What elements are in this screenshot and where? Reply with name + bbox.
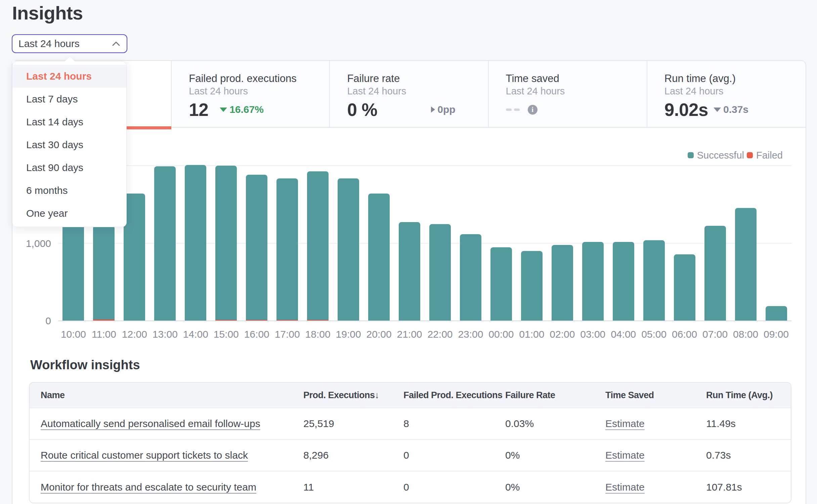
tab-delta: 16.67% xyxy=(220,104,264,115)
cell-failure_rate: 0.03% xyxy=(494,408,594,439)
x-axis-label: 06:00 xyxy=(663,329,706,340)
cell-time_saved: Estimate xyxy=(594,439,695,471)
summary-tab-1[interactable]: Failed prod. executionsLast 24 hours1216… xyxy=(171,61,329,127)
tab-delta: 0pp xyxy=(431,104,455,115)
time-range-menu: Last 24 hoursLast 7 daysLast 14 daysLast… xyxy=(12,61,127,227)
legend-label: Failed xyxy=(756,150,783,161)
legend-swatch-failed xyxy=(747,152,753,158)
x-axis-label: 11:00 xyxy=(82,329,126,340)
failed-bar-segment xyxy=(307,320,329,321)
table-header-2[interactable]: Failed Prod. Executions xyxy=(392,383,494,408)
legend-label: Successful xyxy=(697,150,744,161)
tab-title: Failed prod. executions xyxy=(189,72,329,85)
x-axis-label: 12:00 xyxy=(113,329,156,340)
summary-tab-3[interactable]: Time savedLast 24 hoursi xyxy=(488,61,647,127)
table-header-label: Time Saved xyxy=(605,390,654,400)
cell-value: 0% xyxy=(505,481,520,493)
x-axis-label: 21:00 xyxy=(388,329,431,340)
chart-legend: SuccessfulFailed xyxy=(688,149,783,161)
menu-item-label: 6 months xyxy=(26,185,68,196)
cell-prod_executions: 25,519 xyxy=(292,408,392,439)
bar-11:00 xyxy=(93,225,115,321)
bar-15:00 xyxy=(215,166,237,321)
table-header-label: Prod. Executions xyxy=(303,390,375,400)
cell-run_time_avg: 11.49s xyxy=(695,408,791,439)
cell-value: 107.81s xyxy=(706,481,742,493)
bar-04:00 xyxy=(613,242,634,321)
insights-card: Failed prod. executionsLast 24 hours1216… xyxy=(12,60,806,504)
bar-00:00 xyxy=(490,247,512,321)
menu-item-last-30-days[interactable]: Last 30 days xyxy=(12,133,126,156)
x-axis-label: 22:00 xyxy=(418,329,462,340)
time-range-select-value: Last 24 hours xyxy=(18,38,80,49)
cell-value: 11 xyxy=(303,481,314,493)
summary-tab-4[interactable]: Run time (avg.)Last 24 hours9.02s0.37s xyxy=(647,61,806,127)
x-axis-label: 19:00 xyxy=(327,329,370,340)
tab-value: 0 % xyxy=(347,99,377,120)
menu-item-last-24-hours[interactable]: Last 24 hours xyxy=(12,65,126,88)
x-axis-label: 14:00 xyxy=(174,329,217,340)
cell-prod_executions: 8,296 xyxy=(292,439,392,471)
cell-value: 8 xyxy=(403,418,409,429)
cell-value: 0 xyxy=(403,450,409,461)
estimate-link[interactable]: Estimate xyxy=(605,481,645,493)
menu-item-last-7-days[interactable]: Last 7 days xyxy=(12,88,126,111)
table-header-1[interactable]: Prod. Executions↓ xyxy=(292,383,392,408)
cell-failure_rate: 0% xyxy=(494,471,594,503)
x-axis-label: 04:00 xyxy=(602,329,645,340)
bar-02:00 xyxy=(552,245,573,321)
failed-bar-segment xyxy=(93,320,115,321)
time-range-select[interactable]: Last 24 hours xyxy=(12,34,127,53)
tab-subtitle: Last 24 hours xyxy=(664,85,806,97)
bar-08:00 xyxy=(735,208,757,321)
x-axis-label: 01:00 xyxy=(510,329,554,340)
x-axis-label: 13:00 xyxy=(143,329,187,340)
estimate-link[interactable]: Estimate xyxy=(605,418,645,429)
x-axis-label: 18:00 xyxy=(296,329,340,340)
tab-title: Run time (avg.) xyxy=(664,72,806,85)
menu-item-label: Last 7 days xyxy=(26,93,78,105)
menu-item-one-year[interactable]: One year xyxy=(12,202,126,225)
table-header-label: Name xyxy=(41,390,65,400)
table-header-4[interactable]: Time Saved xyxy=(594,383,695,408)
table-header-row: NameProd. Executions↓Failed Prod. Execut… xyxy=(30,383,791,408)
table-header-0[interactable]: Name xyxy=(30,383,292,408)
menu-item-last-14-days[interactable]: Last 14 days xyxy=(12,111,126,133)
cell-failed_prod_executions: 8 xyxy=(392,408,494,439)
failed-bar-segment xyxy=(215,320,237,321)
legend-item-successful: Successful xyxy=(688,150,744,161)
bar-14:00 xyxy=(185,165,206,321)
tab-delta-text: 16.67% xyxy=(229,104,264,115)
x-axis-label: 05:00 xyxy=(632,329,676,340)
bar-16:00 xyxy=(246,175,267,321)
bar-18:00 xyxy=(307,171,329,321)
menu-item-6-months[interactable]: 6 months xyxy=(12,179,126,202)
tab-value-row: 1216.67% xyxy=(189,100,329,119)
table-header-5[interactable]: Run Time (Avg.) xyxy=(695,383,791,408)
bar-03:00 xyxy=(582,242,604,321)
menu-item-last-90-days[interactable]: Last 90 days xyxy=(12,156,126,179)
bar-17:00 xyxy=(276,178,298,321)
triangle-down-icon xyxy=(714,108,721,112)
table-header-label: Failed Prod. Executions xyxy=(403,390,503,400)
cell-value: 0 xyxy=(403,481,409,493)
tab-value-row: i xyxy=(506,100,647,119)
cell-value: 0.03% xyxy=(505,418,534,429)
tab-value: 12 xyxy=(189,99,208,120)
menu-item-label: Last 14 days xyxy=(26,116,83,128)
gridline-1000 xyxy=(58,243,791,244)
info-icon: i xyxy=(528,105,538,115)
workflow-name-link[interactable]: Monitor for threats and escalate to secu… xyxy=(41,481,256,493)
bar-19:00 xyxy=(338,178,359,321)
failed-bar-segment xyxy=(276,320,298,321)
summary-tab-2[interactable]: Failure rateLast 24 hours0 %0pp xyxy=(329,61,488,127)
workflow-name-link[interactable]: Route critical customer support tickets … xyxy=(41,450,248,461)
tab-title: Failure rate xyxy=(347,72,488,85)
estimate-link[interactable]: Estimate xyxy=(605,450,645,461)
workflow-name-link[interactable]: Automatically send personalised email fo… xyxy=(41,418,260,429)
table-header-3[interactable]: Failure Rate xyxy=(494,383,594,408)
cell-value: 25,519 xyxy=(303,418,334,429)
cell-name: Automatically send personalised email fo… xyxy=(30,408,292,439)
menu-item-label: Last 24 hours xyxy=(26,71,92,82)
cell-prod_executions: 11 xyxy=(292,471,392,503)
